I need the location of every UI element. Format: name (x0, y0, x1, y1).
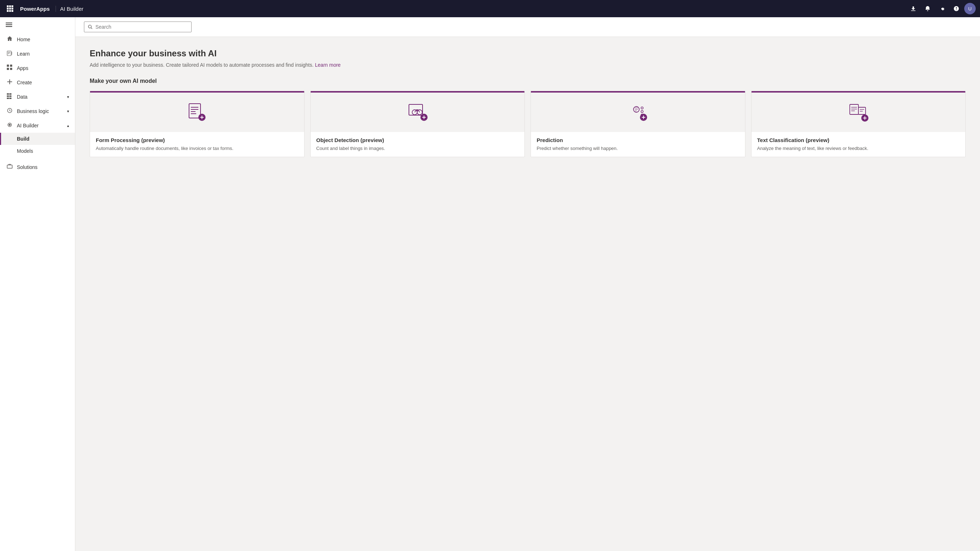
sidebar-item-data[interactable]: Data ▾ (0, 90, 75, 104)
section-title: Make your own AI model (90, 78, 966, 84)
business-logic-chevron-icon: ▾ (67, 109, 69, 114)
sidebar: Home Learn Apps Create Data ▾ (0, 17, 75, 551)
svg-point-30 (9, 124, 10, 126)
create-icon (7, 79, 13, 86)
page-subtitle: Add intelligence to your business. Creat… (90, 62, 966, 68)
svg-rect-20 (7, 68, 9, 70)
object-detection-card-body: Object Detection (preview) Count and lab… (311, 132, 525, 157)
sidebar-item-home-label: Home (17, 37, 30, 42)
svg-rect-27 (10, 97, 11, 99)
prediction-title: Prediction (537, 137, 739, 143)
ai-builder-icon (7, 122, 13, 129)
download-button[interactable] (907, 2, 920, 15)
sidebar-item-apps-label: Apps (17, 65, 28, 71)
brand-label: PowerApps (20, 6, 56, 12)
object-detection-icon (406, 101, 429, 124)
sidebar-item-apps[interactable]: Apps (0, 61, 75, 75)
svg-rect-11 (6, 24, 12, 25)
sidebar-item-learn-label: Learn (17, 51, 30, 57)
svg-rect-8 (11, 10, 13, 12)
sidebar-item-solutions[interactable]: Solutions (0, 160, 75, 174)
svg-rect-0 (7, 5, 9, 7)
form-processing-icon (185, 101, 208, 124)
svg-rect-21 (10, 68, 12, 70)
search-input-wrap[interactable] (84, 22, 192, 32)
content-area: Enhance your business with AI Add intell… (75, 17, 980, 551)
svg-rect-5 (11, 8, 13, 10)
sidebar-item-data-label: Data (17, 94, 28, 100)
settings-button[interactable] (935, 2, 948, 15)
text-classification-title: Text Classification (preview) (757, 137, 960, 143)
sidebar-item-learn[interactable]: Learn (0, 47, 75, 61)
svg-rect-18 (7, 65, 9, 67)
card-icon-area-form (90, 92, 304, 132)
text-classification-desc: Analyze the meaning of text, like review… (757, 145, 960, 152)
svg-rect-12 (6, 26, 12, 27)
sidebar-item-home[interactable]: Home (0, 32, 75, 47)
svg-rect-7 (10, 10, 11, 12)
waffle-menu-button[interactable] (4, 3, 16, 14)
solutions-icon (7, 164, 13, 171)
card-icon-area-prediction (531, 92, 745, 132)
sidebar-sub-item-models[interactable]: Models (0, 145, 75, 157)
form-processing-card[interactable]: Form Processing (preview) Automatically … (90, 91, 305, 157)
search-input[interactable] (95, 24, 188, 30)
apps-icon (7, 65, 13, 72)
svg-rect-13 (7, 51, 11, 56)
text-classification-card-body: Text Classification (preview) Analyze th… (751, 132, 966, 157)
avatar[interactable]: U (964, 3, 976, 14)
top-nav-right: U (907, 2, 976, 15)
svg-rect-52 (858, 107, 865, 115)
svg-rect-4 (10, 8, 11, 10)
object-detection-title: Object Detection (preview) (317, 137, 519, 143)
sidebar-collapse-button[interactable] (0, 17, 75, 32)
sidebar-sub-item-build[interactable]: Build (0, 133, 75, 145)
learn-more-link[interactable]: Learn more (315, 62, 341, 68)
prediction-icon (626, 101, 649, 124)
text-classification-icon (847, 101, 870, 124)
svg-rect-23 (10, 93, 11, 95)
ai-builder-chevron-icon: ▴ (67, 123, 69, 128)
card-icon-area-text (751, 92, 966, 132)
svg-point-45 (641, 110, 643, 113)
sidebar-item-ai-builder[interactable]: AI Builder ▴ (0, 118, 75, 133)
main-layout: Home Learn Apps Create Data ▾ (0, 17, 980, 551)
sidebar-item-solutions-label: Solutions (17, 164, 38, 170)
prediction-desc: Predict whether something will happen. (537, 145, 739, 152)
svg-rect-26 (7, 97, 9, 99)
page-title: Enhance your business with AI (90, 48, 966, 59)
notification-button[interactable] (921, 2, 934, 15)
svg-rect-22 (7, 93, 9, 95)
sidebar-item-create[interactable]: Create (0, 75, 75, 90)
svg-rect-19 (10, 65, 12, 67)
object-detection-card[interactable]: Object Detection (preview) Count and lab… (310, 91, 525, 157)
sidebar-item-create-label: Create (17, 80, 32, 85)
svg-rect-48 (850, 104, 858, 115)
svg-rect-10 (6, 22, 12, 23)
search-bar (75, 17, 980, 37)
learn-icon (7, 50, 13, 57)
form-processing-desc: Automatically handle routine documents, … (96, 145, 298, 152)
page-subtitle-text: Add intelligence to your business. Creat… (90, 62, 313, 68)
sidebar-item-business-logic-label: Business logic (17, 108, 49, 114)
svg-rect-1 (10, 5, 11, 7)
sidebar-item-ai-builder-label: AI Builder (17, 123, 39, 128)
sidebar-sub-item-models-label: Models (17, 148, 33, 154)
sidebar-item-business-logic[interactable]: Business logic ▾ (0, 104, 75, 118)
prediction-card[interactable]: Prediction Predict whether something wil… (531, 91, 745, 157)
form-processing-card-body: Form Processing (preview) Automatically … (90, 132, 304, 157)
help-button[interactable] (950, 2, 963, 15)
svg-rect-2 (11, 5, 13, 7)
object-detection-desc: Count and label things in images. (317, 145, 519, 152)
data-chevron-icon: ▾ (67, 95, 69, 99)
sidebar-sub-item-build-label: Build (17, 136, 29, 142)
top-nav: PowerApps AI Builder U (0, 0, 980, 17)
svg-point-32 (88, 25, 91, 28)
prediction-card-body: Prediction Predict whether something wil… (531, 132, 745, 157)
search-icon (88, 24, 92, 29)
svg-rect-14 (11, 52, 12, 55)
svg-rect-24 (7, 96, 9, 97)
data-icon (7, 93, 13, 100)
text-classification-card[interactable]: Text Classification (preview) Analyze th… (751, 91, 966, 157)
svg-rect-31 (7, 165, 12, 168)
